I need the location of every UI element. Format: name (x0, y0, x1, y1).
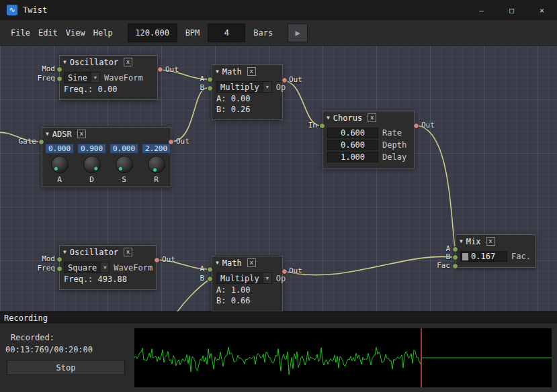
collapse-icon[interactable]: ▼ (327, 115, 330, 121)
sustain-knob[interactable] (116, 156, 133, 173)
node-adsr[interactable]: ▼ ADSR x 0.000 A 0.900 D 0.000 S (42, 127, 171, 187)
node-header[interactable]: ▼ Mix x (456, 235, 535, 248)
menu-edit[interactable]: Edit (34, 26, 62, 40)
node-header[interactable]: ▼ Oscillator x (60, 56, 157, 68)
op-label: Op (276, 274, 286, 283)
play-button[interactable]: ▶ (288, 23, 308, 42)
port-osc1-mod[interactable] (56, 66, 62, 72)
dropdown-value: Multiply (217, 82, 263, 92)
decay-knob[interactable] (83, 156, 101, 173)
waveform-label: WaveForm (114, 263, 153, 273)
node-close-button[interactable]: x (368, 113, 376, 122)
release-value-input[interactable]: 2.200 (142, 144, 171, 154)
port-mix-fac[interactable] (452, 263, 458, 269)
app-window: ∿ Twist — □ ✕ File Edit View Help 120.00… (0, 0, 557, 392)
maximize-button[interactable]: □ (497, 0, 527, 20)
sustain-control: 0.000 S (110, 144, 138, 184)
recorded-label: Recorded: (11, 333, 54, 342)
node-close-button[interactable]: x (247, 258, 256, 267)
delay-input[interactable]: 1.000 (327, 152, 378, 162)
wire-adsr-math1 (171, 88, 207, 142)
attack-value-input[interactable]: 0.000 (45, 144, 74, 154)
minimize-button[interactable]: — (466, 0, 497, 20)
node-mix[interactable]: ▼ Mix x 0.167 Fac. (456, 234, 535, 268)
fac-slider[interactable]: 0.167 (460, 251, 507, 262)
node-title: Oscillator (70, 248, 118, 257)
sustain-label: S (122, 175, 126, 184)
port-label-out: Out (421, 121, 435, 130)
port-chorus-in[interactable] (319, 123, 325, 129)
node-header[interactable]: ▼ Chorus x (323, 111, 414, 124)
port-osc1-freq[interactable] (56, 76, 62, 82)
collapse-icon[interactable]: ▼ (216, 68, 219, 75)
port-mix-b[interactable] (452, 254, 458, 260)
knob-indicator (152, 168, 156, 172)
attack-label: A (57, 175, 62, 184)
waveform-dropdown[interactable]: Square ▼ (64, 262, 110, 273)
collapse-icon[interactable]: ▼ (460, 238, 463, 244)
op-dropdown[interactable]: Multiply ▼ (216, 81, 272, 93)
menu-view[interactable]: View (62, 26, 89, 40)
node-close-button[interactable]: x (486, 237, 495, 246)
decay-value-input[interactable]: 0.900 (77, 144, 106, 154)
node-title: Mix (466, 237, 481, 246)
op-label: Op (276, 83, 286, 92)
node-header[interactable]: ▼ Oscillator x (60, 246, 156, 258)
node-canvas[interactable]: ▼ Oscillator x Sine ▼ WaveForm Freq.: 0.… (0, 46, 557, 311)
collapse-icon[interactable]: ▼ (216, 260, 219, 266)
port-math1-a[interactable] (207, 77, 213, 83)
depth-input[interactable]: 0.600 (327, 140, 378, 150)
node-header[interactable]: ▼ Math x (212, 256, 282, 269)
node-close-button[interactable]: x (124, 58, 132, 66)
knob-indicator (53, 166, 58, 170)
node-math-1[interactable]: ▼ Math x Multiply ▼ Op A: 0.00 B: 0.26 (212, 64, 283, 120)
menu-file[interactable]: File (7, 26, 34, 40)
port-mix-a[interactable] (452, 246, 458, 252)
delay-label: Delay (382, 152, 406, 162)
node-header[interactable]: ▼ Math x (212, 65, 282, 78)
window-title: Twist (23, 5, 47, 15)
port-osc1-out[interactable] (157, 66, 163, 72)
bpm-input[interactable]: 120.000 (128, 23, 177, 42)
slider-handle[interactable] (462, 253, 468, 260)
collapse-icon[interactable]: ▼ (63, 59, 67, 65)
port-adsr-gate[interactable] (38, 139, 44, 145)
bars-input[interactable]: 4 (208, 23, 245, 42)
port-math2-out[interactable] (282, 268, 288, 275)
op-dropdown[interactable]: Multiply ▼ (216, 273, 272, 284)
port-adsr-out[interactable] (168, 139, 174, 145)
collapse-icon[interactable]: ▼ (46, 131, 49, 137)
port-math2-a[interactable] (207, 266, 213, 273)
app-logo-icon: ∿ (7, 5, 17, 15)
port-osc2-out[interactable] (154, 257, 160, 263)
node-close-button[interactable]: x (247, 67, 256, 76)
stop-button[interactable]: Stop (7, 360, 125, 375)
node-close-button[interactable]: x (124, 248, 132, 256)
port-chorus-out[interactable] (413, 123, 419, 129)
sustain-value-input[interactable]: 0.000 (110, 144, 138, 154)
close-button[interactable]: ✕ (527, 0, 557, 20)
port-label-out: Out (176, 137, 189, 146)
recording-panel-title: Recording (4, 313, 48, 323)
bars-label: Bars (253, 28, 273, 38)
port-math1-out[interactable] (282, 77, 288, 83)
node-oscillator-2[interactable]: ▼ Oscillator x Square ▼ WaveForm Freq.: … (59, 245, 157, 290)
port-osc2-freq[interactable] (56, 266, 62, 272)
node-header[interactable]: ▼ ADSR x (42, 128, 171, 140)
port-math2-b[interactable] (207, 276, 213, 282)
waveform-dropdown[interactable]: Sine ▼ (64, 72, 100, 83)
node-math-2[interactable]: ▼ Math x Multiply ▼ Op A: 1.00 B: 0.66 (212, 256, 283, 311)
menu-help[interactable]: Help (89, 26, 117, 40)
port-osc2-mod[interactable] (56, 256, 62, 262)
node-oscillator-1[interactable]: ▼ Oscillator x Sine ▼ WaveForm Freq.: 0.… (59, 55, 158, 100)
release-knob[interactable] (148, 156, 165, 173)
node-chorus[interactable]: ▼ Chorus x 0.600 Rate 0.600 Depth 1.000 … (323, 111, 415, 168)
release-label: R (154, 175, 159, 184)
freq-readout: Freq.: 493.88 (64, 275, 127, 284)
port-math1-b[interactable] (207, 85, 213, 91)
collapse-icon[interactable]: ▼ (63, 249, 67, 255)
attack-knob[interactable] (51, 156, 69, 173)
rate-input[interactable]: 0.600 (327, 128, 378, 138)
node-close-button[interactable]: x (77, 130, 86, 138)
port-label-out: Out (165, 65, 179, 74)
